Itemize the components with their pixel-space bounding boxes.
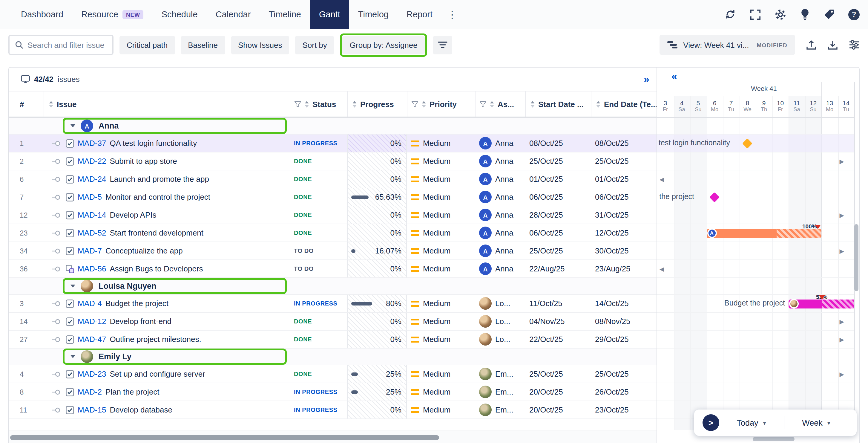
issue-row-mad-15[interactable]: 11 MAD-15 Develop database IN PROGRESS 0… [9, 401, 656, 419]
nav-tab-timelog[interactable]: Timelog [349, 0, 398, 29]
issue-row-mad-37[interactable]: 1 MAD-37 QA test login functionality IN … [9, 135, 656, 152]
issue-key-link[interactable]: MAD-12 [78, 317, 106, 326]
milestone-diamond[interactable] [709, 192, 719, 202]
jump-to-bar-right-icon[interactable]: ▶ [840, 247, 844, 254]
group-row-anna[interactable]: A Anna [9, 118, 656, 135]
zoom-mode-button[interactable]: Week ▾ [784, 418, 848, 427]
row-handle-icon[interactable] [52, 175, 62, 183]
row-handle-icon[interactable] [52, 317, 62, 326]
fullscreen-icon[interactable] [750, 9, 761, 20]
issue-key-link[interactable]: MAD-23 [78, 370, 106, 378]
jump-to-bar-right-icon[interactable]: ▶ [840, 336, 844, 343]
group-by-button[interactable]: Group by: Assignee [343, 36, 425, 54]
issue-row-mad-52[interactable]: 23 MAD-52 Start frontend development DON… [9, 224, 656, 242]
column-header-priority[interactable]: Priority [407, 91, 475, 117]
expand-pane-chevrons[interactable]: » [644, 73, 649, 85]
issue-row-mad-56[interactable]: 36 MAD-56 Assign Bugs to Developers TO D… [9, 260, 656, 278]
group-row-emily-ly[interactable]: Emily Ly [9, 349, 656, 365]
column-header-as[interactable]: As... [475, 91, 525, 117]
issue-key-link[interactable]: MAD-24 [78, 175, 106, 183]
jump-to-bar-right-icon[interactable]: ▶ [840, 212, 844, 218]
collapse-chevron-icon[interactable] [70, 124, 75, 127]
group-row-louisa-nguyen[interactable]: Louisa Nguyen [9, 278, 656, 295]
collapse-chevron-icon[interactable] [70, 285, 75, 288]
column-header-issue[interactable]: Issue [43, 91, 290, 117]
task-bar[interactable] [788, 299, 854, 308]
nav-tab-gantt[interactable]: Gantt [310, 0, 349, 29]
sort-by-button[interactable]: Sort by [295, 36, 334, 54]
issue-key-link[interactable]: MAD-52 [78, 228, 106, 237]
jump-to-bar-left-icon[interactable]: ◀ [659, 176, 664, 182]
issue-key-link[interactable]: MAD-22 [78, 157, 106, 166]
issue-row-mad-2[interactable]: 8 MAD-2 Plan the project IN PROGRESS 25%… [9, 383, 656, 401]
column-header-start-date[interactable]: Start Date ... [525, 91, 591, 117]
gantt-horizontal-scrollbar[interactable] [753, 437, 795, 441]
issue-key-link[interactable]: MAD-5 [78, 193, 102, 202]
jump-to-bar-right-icon[interactable]: ▶ [840, 318, 844, 325]
row-handle-icon[interactable] [52, 335, 62, 344]
step-forward-button[interactable]: > [703, 414, 719, 431]
lightbulb-icon[interactable] [800, 8, 810, 21]
issue-key-link[interactable]: MAD-14 [78, 210, 106, 219]
row-handle-icon[interactable] [52, 157, 62, 165]
row-handle-icon[interactable] [52, 370, 62, 378]
row-handle-icon[interactable] [52, 265, 62, 273]
scrollbar-thumb[interactable] [10, 435, 439, 440]
jump-to-bar-right-icon[interactable]: ▶ [840, 371, 844, 377]
gantt-vertical-scrollbar[interactable] [854, 224, 859, 291]
critical-path-button[interactable]: Critical path [120, 36, 175, 54]
issue-key-link[interactable]: MAD-56 [78, 264, 106, 273]
row-handle-icon[interactable] [52, 299, 62, 307]
collapse-chevron-icon[interactable] [70, 355, 75, 358]
row-handle-icon[interactable] [52, 246, 62, 255]
issue-row-mad-47[interactable]: 27 MAD-47 Outline project milestones. DO… [9, 331, 656, 349]
help-icon[interactable]: ? [848, 9, 860, 20]
view-selector-button[interactable]: View: Week 41 vi... MODIFIED [659, 35, 795, 55]
issue-row-mad-24[interactable]: 6 MAD-24 Launch and promote the app DONE… [9, 170, 656, 188]
row-handle-icon[interactable] [52, 193, 62, 201]
download-icon[interactable] [827, 40, 838, 50]
issue-row-mad-5[interactable]: 7 MAD-5 Monitor and control the project … [9, 188, 656, 206]
tag-icon[interactable] [823, 8, 835, 20]
row-handle-icon[interactable] [52, 229, 62, 237]
search-input[interactable] [28, 40, 107, 49]
nav-tab-report[interactable]: Report [398, 0, 441, 29]
sliders-icon[interactable] [849, 40, 860, 50]
issue-row-mad-7[interactable]: 34 MAD-7 Conceptualize the app TO DO 16.… [9, 242, 656, 260]
nav-more-menu[interactable]: ⋮ [441, 9, 463, 20]
task-bar[interactable]: A [706, 229, 822, 238]
nav-tab-dashboard[interactable]: Dashboard [12, 0, 72, 29]
jump-to-bar-right-icon[interactable]: ▶ [840, 158, 844, 165]
issue-key-link[interactable]: MAD-15 [78, 405, 106, 414]
issue-row-mad-12[interactable]: 14 MAD-12 Develop front-end DONE 0% Medi… [9, 313, 656, 331]
today-button[interactable]: Today ▾ [719, 418, 783, 427]
gear-icon[interactable] [774, 8, 787, 21]
jump-to-bar-left-icon[interactable]: ◀ [659, 265, 664, 272]
column-header-end-date-te[interactable]: End Date (Te... [591, 91, 656, 117]
issue-row-mad-22[interactable]: 2 MAD-22 Submit to app store DONE 0% Med… [9, 152, 656, 170]
baseline-button[interactable]: Baseline [181, 36, 225, 54]
issue-row-mad-14[interactable]: 12 MAD-14 Develop APIs DONE 0% Medium AA… [9, 206, 656, 224]
column-header-status[interactable]: Status [290, 91, 347, 117]
issue-key-link[interactable]: MAD-4 [78, 299, 102, 308]
issue-row-mad-23[interactable]: 4 MAD-23 Set up and configure server DON… [9, 365, 656, 383]
nav-tab-resource[interactable]: ResourceNEW [72, 0, 153, 29]
issue-row-mad-4[interactable]: 3 MAD-4 Budget the project IN PROGRESS 8… [9, 295, 656, 313]
issue-key-link[interactable]: MAD-37 [78, 139, 106, 148]
filter-button[interactable] [433, 36, 452, 54]
nav-tab-calendar[interactable]: Calendar [207, 0, 260, 29]
issue-key-link[interactable]: MAD-7 [78, 246, 102, 255]
row-handle-icon[interactable] [52, 211, 62, 219]
row-handle-icon[interactable] [52, 139, 62, 147]
nav-tab-schedule[interactable]: Schedule [153, 0, 207, 29]
issue-key-link[interactable]: MAD-47 [78, 335, 106, 344]
collapse-pane-chevrons[interactable]: « [672, 70, 677, 83]
upload-icon[interactable] [806, 40, 817, 50]
row-handle-icon[interactable] [52, 388, 62, 396]
column-header-progress[interactable]: Progress [347, 91, 407, 117]
issue-key-link[interactable]: MAD-2 [78, 387, 102, 396]
sync-icon[interactable] [724, 8, 737, 20]
table-horizontal-scrollbar[interactable] [9, 430, 656, 443]
row-handle-icon[interactable] [52, 406, 62, 414]
column-header-item[interactable]: # [9, 91, 43, 117]
